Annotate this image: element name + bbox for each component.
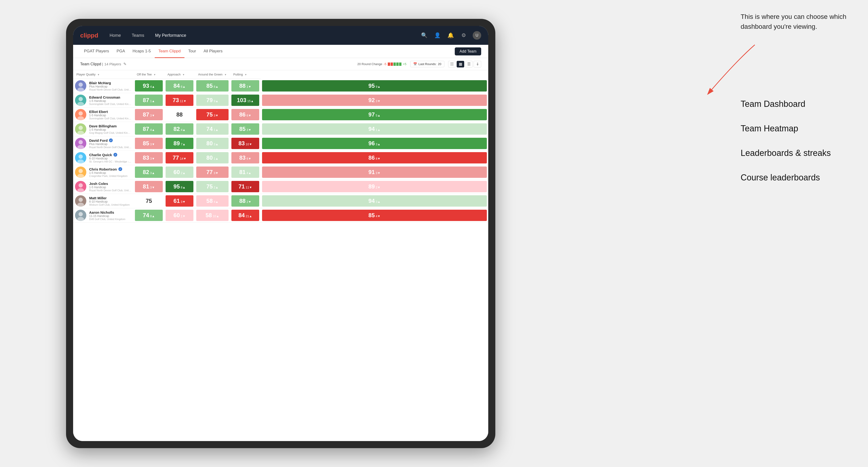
score-value-8-1: 613▼ xyxy=(165,195,193,207)
score-value-5-3: 836▼ xyxy=(231,152,259,163)
player-club-2: Sunningdale Golf Club, United Kingdom xyxy=(89,117,132,120)
tab-pgat-players[interactable]: PGAT Players xyxy=(80,45,113,58)
sort-arrow-around-green[interactable]: ▼ xyxy=(224,73,227,76)
tab-pga[interactable]: PGA xyxy=(113,45,129,58)
header-approach: Approach ▼ xyxy=(164,70,195,79)
score-cell-6-3: 814▲ xyxy=(230,165,261,180)
score-change-1-4: 3▼ xyxy=(376,99,380,103)
round-change: 20 Round Change -5 +5 xyxy=(357,62,406,66)
nav-home[interactable]: Home xyxy=(108,32,123,39)
player-name-9[interactable]: Aaron Nicholls xyxy=(89,210,125,214)
player-handicap-8: 6-10 Handicap xyxy=(89,200,130,203)
score-change-0-2: 8▲ xyxy=(214,85,218,88)
player-name-2[interactable]: Elliot Ebert xyxy=(89,110,132,114)
user-icon[interactable]: 👤 xyxy=(433,31,441,40)
tab-hcaps[interactable]: Hcaps 1-5 xyxy=(129,45,154,58)
score-value-1-1: 7311▼ xyxy=(165,95,193,106)
player-name-6[interactable]: Chris Robertson ✓ xyxy=(89,167,128,171)
tab-all-players[interactable]: All Players xyxy=(200,45,226,58)
last-rounds-button[interactable]: 📅 Last Rounds: 20 xyxy=(410,61,444,67)
tab-tour[interactable]: Tour xyxy=(184,45,200,58)
score-change-2-4: 5▲ xyxy=(376,114,380,117)
edit-icon[interactable]: ✎ xyxy=(123,62,126,66)
player-name-3[interactable]: Dave Billingham xyxy=(89,124,132,128)
score-cell-4-3: 8310▼ xyxy=(230,136,261,151)
svg-point-18 xyxy=(79,212,83,216)
download-button[interactable]: ⇓ xyxy=(474,61,481,67)
header-around-green: Around the Green ▼ xyxy=(195,70,230,79)
player-club-8: Woburn Golf Club, United Kingdom xyxy=(89,203,130,206)
player-cell-3: Dave Billingham 1-5 Handicap Gog Magog G… xyxy=(73,122,133,136)
score-cell-7-1: 958▲ xyxy=(164,180,195,194)
player-name-5[interactable]: Charlie Quick ✓ xyxy=(89,153,132,157)
score-value-4-2: 803▲ xyxy=(196,138,228,149)
player-name-4[interactable]: David Ford ✓ xyxy=(89,138,132,143)
table-row[interactable]: Edward Crossman 1-5 Handicap Sunningdale… xyxy=(73,93,488,107)
player-info-1: Edward Crossman 1-5 Handicap Sunningdale… xyxy=(89,95,132,105)
player-club-3: Gog Magog Golf Club, United Kingdom xyxy=(89,131,132,134)
player-name-7[interactable]: Josh Coles xyxy=(89,182,132,186)
user-avatar[interactable]: U xyxy=(473,31,481,40)
score-value-7-0: 813▼ xyxy=(135,181,163,192)
score-change-2-3: 6▼ xyxy=(247,114,251,117)
score-cell-2-3: 866▼ xyxy=(230,107,261,122)
table-row[interactable]: Elliot Ebert 1-5 Handicap Sunningdale Go… xyxy=(73,107,488,122)
score-change-8-2: 4▲ xyxy=(214,200,218,204)
player-name-0[interactable]: Blair McHarg xyxy=(89,81,132,85)
settings-icon[interactable]: ⚙ xyxy=(460,31,468,40)
player-club-9: Drift Golf Club, United Kingdom xyxy=(89,218,125,220)
table-row[interactable]: Matt Miller 6-10 Handicap Woburn Golf Cl… xyxy=(73,194,488,208)
header-player: Player Quality ▼ xyxy=(73,70,133,79)
heatmap-view-button[interactable]: ▦ xyxy=(457,61,464,67)
score-cell-4-4: 963▲ xyxy=(261,136,488,151)
table-row[interactable]: Josh Coles 1-5 Handicap Royal North Devo… xyxy=(73,180,488,194)
score-cell-2-0: 873▼ xyxy=(133,107,164,122)
bell-icon[interactable]: 🔔 xyxy=(446,31,455,40)
player-info-5: Charlie Quick ✓ 6-10 Handicap St. George… xyxy=(89,153,132,163)
table-row[interactable]: Blair McHarg Plus Handicap Royal North D… xyxy=(73,79,488,93)
score-cell-7-0: 813▼ xyxy=(133,180,164,194)
player-info-3: Dave Billingham 1-5 Handicap Gog Magog G… xyxy=(89,124,132,134)
search-icon[interactable]: 🔍 xyxy=(420,31,428,40)
table-row[interactable]: Charlie Quick ✓ 6-10 Handicap St. George… xyxy=(73,151,488,165)
score-cell-5-1: 7714▼ xyxy=(164,151,195,165)
score-change-6-3: 4▲ xyxy=(247,171,251,175)
player-cell-7: Josh Coles 1-5 Handicap Royal North Devo… xyxy=(73,180,133,194)
score-change-6-1: 2▲ xyxy=(181,171,185,175)
change-bar xyxy=(388,63,401,66)
score-cell-4-0: 853▼ xyxy=(133,136,164,151)
player-table: Player Quality ▼ Off the Tee ▼ Approach … xyxy=(73,70,488,223)
table-row[interactable]: David Ford ✓ Plus Handicap Royal North D… xyxy=(73,136,488,151)
grid-view-button[interactable]: ☷ xyxy=(448,61,456,67)
score-cell-8-2: 584▲ xyxy=(195,194,230,208)
last-rounds-label: Last Rounds: xyxy=(418,62,437,66)
player-club-1: Sunningdale Golf Club, United Kingdom xyxy=(89,102,132,105)
score-cell-4-1: 897▲ xyxy=(164,136,195,151)
player-avatar-3 xyxy=(75,123,86,135)
sort-arrow-player[interactable]: ▼ xyxy=(97,73,100,76)
nav-my-performance[interactable]: My Performance xyxy=(153,32,188,39)
annotation-course-leaderboards: Course leaderboards xyxy=(741,171,859,184)
player-name-1[interactable]: Edward Crossman xyxy=(89,95,132,99)
annotation-team-heatmap: Team Heatmap xyxy=(741,122,859,135)
score-change-4-3: 10▼ xyxy=(246,143,252,146)
score-cell-5-3: 836▼ xyxy=(230,151,261,165)
nav-teams[interactable]: Teams xyxy=(130,32,146,39)
score-cell-3-1: 824▲ xyxy=(164,122,195,136)
add-team-button[interactable]: Add Team xyxy=(455,48,481,55)
player-name-8[interactable]: Matt Miller xyxy=(89,196,130,200)
table-row[interactable]: Chris Robertson ✓ 1-5 Handicap Craigmill… xyxy=(73,165,488,180)
list-view-button[interactable]: ☰ xyxy=(465,61,473,67)
team-name: Team Clippd xyxy=(80,62,101,66)
separator: | xyxy=(102,62,103,66)
table-row[interactable]: Dave Billingham 1-5 Handicap Gog Magog G… xyxy=(73,122,488,136)
sort-arrow-approach[interactable]: ▼ xyxy=(182,73,185,76)
score-value-1-3: 10315▲ xyxy=(231,95,259,106)
tab-team-clippd[interactable]: Team Clippd xyxy=(155,45,185,58)
sort-arrow-tee[interactable]: ▼ xyxy=(154,73,156,76)
table-row[interactable]: Aaron Nicholls 11-15 Handicap Drift Golf… xyxy=(73,208,488,223)
score-change-7-3: 11▼ xyxy=(246,186,252,189)
sort-arrow-putting[interactable]: ▼ xyxy=(245,73,247,76)
score-cell-8-1: 613▼ xyxy=(164,194,195,208)
last-rounds-value: 20 xyxy=(438,62,441,66)
